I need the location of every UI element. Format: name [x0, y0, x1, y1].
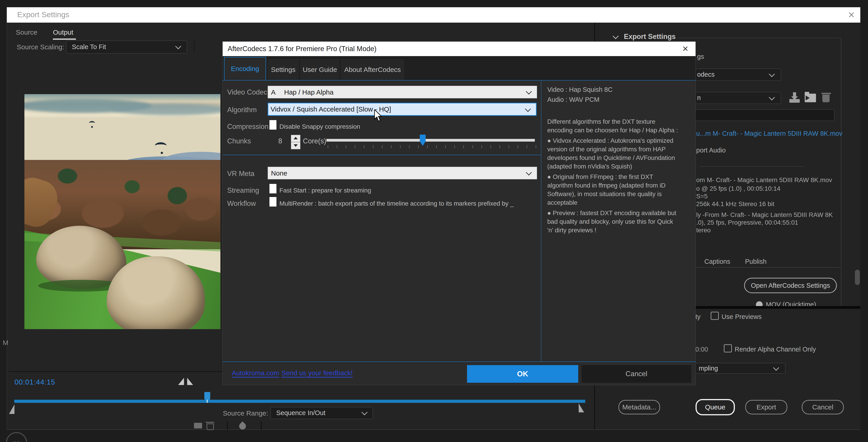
open-aftercodecs-settings-button[interactable]: Open AfterCodecs Settings — [744, 278, 837, 293]
footer-divider — [227, 421, 228, 430]
tabs-bottom-hairline — [223, 80, 695, 81]
workflow-checkbox-label: MultiRender : batch export parts of the … — [279, 200, 514, 207]
info-line: algorithm found in ffmpeg (adapted from … — [547, 182, 665, 189]
paraglider-dot-2 — [161, 152, 163, 154]
tab-source[interactable]: Source — [16, 29, 37, 36]
match-settings-fragment: gs — [697, 53, 704, 60]
creative-cloud-icon[interactable]: ∞ — [6, 432, 27, 442]
info-line: bad quality and blocky, only use this fo… — [547, 218, 673, 225]
sampling-dropdown[interactable]: mpling — [694, 363, 785, 374]
dialog-tab-settings[interactable]: Settings — [268, 59, 299, 80]
preset-dropdown[interactable]: n — [694, 92, 781, 104]
radio-mov-row: MOV (Quicktime) — [755, 300, 850, 306]
workflow-label: Workflow — [227, 200, 256, 208]
cores-slider-track[interactable] — [327, 139, 535, 142]
source-scaling-dropdown[interactable]: Scale To Fit — [66, 40, 187, 54]
output-name-link[interactable]: u...m M- Craft- - Magic Lantern 5DIII RA… — [696, 130, 842, 137]
window-close-icon[interactable]: × — [848, 8, 855, 21]
dialog-tab-user-guide-label: User Guide — [303, 66, 337, 73]
chunks-value[interactable]: 8 — [278, 137, 282, 145]
summary-line: o @ 25 fps (1.0) , 00:05:10:14 — [696, 185, 780, 192]
dialog-cancel-button[interactable]: Cancel — [582, 365, 691, 383]
tab-captions[interactable]: Captions — [704, 258, 730, 265]
cancel-button[interactable]: Cancel — [802, 400, 844, 414]
sampling-fragment: mpling — [699, 365, 718, 372]
vr-meta-value: None — [271, 170, 287, 177]
stepper-down-icon[interactable] — [293, 144, 298, 147]
dialog-close-icon[interactable]: × — [682, 43, 688, 54]
timeline-playhead-needle — [207, 400, 208, 403]
trash-body — [822, 94, 830, 102]
vr-meta-label: VR Meta — [227, 170, 254, 178]
workflow-checkbox[interactable] — [270, 197, 276, 207]
streaming-checkbox[interactable] — [270, 184, 276, 194]
groupbox-right-line — [841, 38, 841, 306]
comments-field[interactable] — [694, 109, 835, 121]
import-preset-icon[interactable] — [805, 92, 816, 103]
radio-mov-icon[interactable] — [756, 301, 763, 306]
compression-label: Compression — [227, 123, 269, 131]
chevron-down-icon — [362, 409, 368, 415]
radio-mov-label: MOV (Quicktime) — [766, 301, 816, 306]
source-range-dropdown[interactable]: Sequence In/Out — [270, 407, 373, 419]
cores-slider-thumb[interactable] — [420, 135, 426, 146]
chevron-down-icon — [526, 170, 532, 176]
render-alpha-label: Render Alpha Channel Only — [735, 346, 816, 353]
video-codec-dropdown[interactable]: A Hap / Hap Alpha — [268, 86, 537, 98]
window-footer-line — [7, 429, 860, 430]
chunks-stepper[interactable] — [291, 135, 301, 149]
info-line: Software), in most situations the qualit… — [547, 190, 662, 198]
dialog-tab-encoding[interactable]: Encoding — [224, 57, 266, 80]
timecode-display[interactable]: 00:01:44:15 — [14, 378, 55, 386]
chevron-down-icon — [525, 106, 531, 112]
tab-output[interactable]: Output — [53, 29, 73, 36]
algorithm-value: Vidvox / Squish Accelerated [Slow - HQ] — [271, 106, 391, 113]
dialog-title: AfterCodecs 1.7.6 for Premiere Pro (Tria… — [228, 45, 377, 53]
time-fragment: 0:00 — [695, 346, 708, 353]
compression-checkbox[interactable] — [270, 120, 276, 129]
trash-icon[interactable] — [207, 423, 214, 430]
panel-scrollbar[interactable] — [855, 270, 860, 285]
export-label: Export — [756, 403, 776, 411]
mouse-cursor — [374, 110, 383, 123]
timeline-track[interactable] — [14, 400, 585, 403]
stepper-up-icon[interactable] — [293, 137, 298, 139]
save-preset-icon[interactable] — [789, 92, 800, 103]
summary-line: tereo — [696, 227, 711, 234]
dialog-tab-settings-label: Settings — [271, 66, 296, 73]
tab-publish[interactable]: Publish — [745, 258, 767, 265]
ok-label: OK — [517, 370, 528, 378]
dialog-tab-user-guide[interactable]: User Guide — [300, 59, 340, 80]
metadata-button[interactable]: Metadata... — [618, 400, 660, 414]
ok-button[interactable]: OK — [467, 365, 578, 383]
video-codec-value: Hap / Hap Alpha — [284, 88, 333, 96]
window-titlebar — [7, 7, 860, 23]
info-audio-line: Audio : WAV PCM — [547, 96, 599, 104]
vr-meta-dropdown[interactable]: None — [268, 167, 537, 179]
format-dropdown[interactable]: odecs — [694, 68, 781, 81]
autokroma-link[interactable]: Autokroma.com — [232, 369, 279, 378]
summary-line: ly -From M- Craft- - Magic Lantern 5DIII… — [696, 211, 833, 218]
render-alpha-checkbox[interactable] — [724, 344, 732, 352]
window-title: Export Settings — [17, 10, 69, 19]
feedback-link[interactable]: Send us your feedback! — [281, 369, 352, 378]
dialog-tab-about[interactable]: About AfterCodecs — [341, 59, 404, 80]
viewer-bottom-line — [9, 371, 222, 372]
chunks-label: Chunks — [227, 137, 251, 145]
algorithm-dropdown[interactable]: Vidvox / Squish Accelerated [Slow - HQ] — [268, 103, 537, 116]
source-range-label: Source Range: — [223, 409, 268, 417]
groupbox-top-line — [678, 38, 841, 38]
export-button[interactable]: Export — [745, 400, 787, 414]
use-previews-checkbox[interactable] — [711, 312, 719, 320]
info-line: ● Vidvox Accelerated : Autokroma's optim… — [547, 137, 673, 144]
compression-checkbox-label: Disable Snappy compression — [279, 123, 360, 130]
delete-preset-icon[interactable] — [822, 92, 831, 103]
queue-button[interactable]: Queue — [695, 399, 735, 415]
trash-lid — [822, 93, 831, 94]
tab-output-underline — [53, 38, 76, 40]
stepper-divider — [291, 142, 300, 142]
cancel-label: Cancel — [812, 403, 833, 411]
dialog-tab-encoding-label: Encoding — [231, 65, 259, 72]
page-icon[interactable] — [194, 423, 202, 429]
info-panel-divider — [541, 81, 541, 361]
